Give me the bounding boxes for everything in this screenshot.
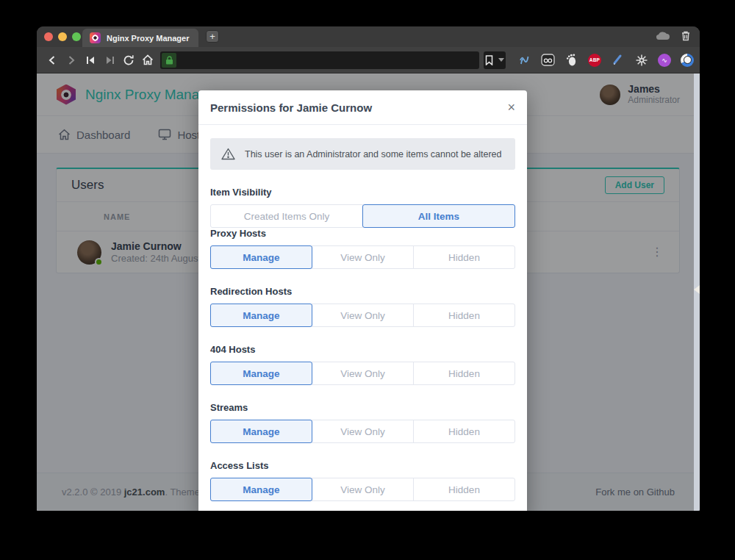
permission-option-group: ManageView OnlyHidden	[210, 304, 515, 327]
item-visibility-section: Item Visibility Created Items OnlyAll It…	[210, 187, 515, 228]
home-button[interactable]	[138, 51, 157, 70]
sync-cloud-icon[interactable]	[656, 31, 670, 40]
adblock-plus-icon[interactable]: ABP	[588, 54, 601, 67]
segment-option-hidden[interactable]: Hidden	[413, 245, 515, 269]
segment-option-manage[interactable]: Manage	[210, 420, 312, 443]
segment-option-hidden[interactable]: Hidden	[413, 478, 515, 501]
extension-icons: ABP ∿	[517, 53, 694, 67]
segment-option-created-items-only[interactable]: Created Items Only	[210, 204, 363, 228]
item-visibility-group: Created Items OnlyAll Items	[210, 204, 515, 228]
permission-section: Streams ManageView OnlyHidden	[210, 402, 515, 443]
browser-tab[interactable]: Nginx Proxy Manager	[82, 29, 198, 47]
reload-button[interactable]	[119, 51, 138, 70]
segment-option-view-only[interactable]: View Only	[312, 478, 414, 501]
modal-close-button[interactable]: ×	[507, 101, 515, 114]
tab-title: Nginx Proxy Manager	[107, 34, 189, 43]
segment-option-view-only[interactable]: View Only	[312, 245, 414, 269]
forward-button[interactable]	[62, 51, 81, 70]
alert-text: This user is an Administrator and some i…	[245, 149, 501, 159]
scroll-marker-icon	[694, 285, 700, 294]
back-button[interactable]	[43, 51, 62, 70]
permission-section: Proxy Hosts ManageView OnlyHidden	[210, 228, 515, 269]
bookmark-button[interactable]	[484, 51, 506, 69]
permission-section-label: Redirection Hosts	[210, 286, 515, 297]
trash-icon[interactable]	[681, 30, 691, 41]
npm-favicon-icon	[90, 32, 101, 43]
pen-extension-icon[interactable]	[611, 53, 625, 67]
segment-option-all-items[interactable]: All Items	[362, 204, 515, 228]
permission-option-group: ManageView OnlyHidden	[210, 478, 515, 501]
new-tab-button[interactable]: +	[206, 30, 219, 43]
permission-option-group: ManageView OnlyHidden	[210, 245, 515, 269]
browser-window: Nginx Proxy Manager +	[37, 26, 700, 511]
admin-warning-alert: This user is an Administrator and some i…	[210, 138, 515, 170]
permission-option-group: ManageView OnlyHidden	[210, 420, 515, 443]
segment-option-manage[interactable]: Manage	[210, 362, 312, 385]
permission-section-label: 404 Hosts	[210, 344, 515, 355]
permissions-modal: Permissions for Jamie Curnow × This user…	[198, 90, 527, 511]
bookmark-icon	[485, 55, 493, 65]
maximize-window-button[interactable]	[72, 32, 81, 41]
segment-option-view-only[interactable]: View Only	[312, 420, 414, 443]
segment-option-manage[interactable]: Manage	[210, 304, 312, 327]
purple-extension-icon[interactable]: ∿	[658, 54, 671, 67]
timer-extension-icon[interactable]	[681, 54, 694, 67]
browser-toolbar: ABP ∿	[37, 47, 700, 73]
window-controls	[44, 32, 81, 41]
gnome-foot-extension-icon[interactable]	[564, 53, 578, 67]
minimize-window-button[interactable]	[58, 32, 67, 41]
permission-section-label: Proxy Hosts	[210, 228, 515, 239]
segment-option-hidden[interactable]: Hidden	[413, 304, 515, 327]
permission-section-label: Access Lists	[210, 460, 515, 471]
goggles-extension-icon[interactable]	[541, 53, 555, 67]
flower-settings-icon[interactable]	[634, 53, 648, 67]
chevron-down-icon	[498, 58, 504, 62]
permission-option-group: ManageView OnlyHidden	[210, 362, 515, 385]
segment-option-manage[interactable]: Manage	[210, 478, 312, 501]
wave-extension-icon[interactable]	[517, 53, 531, 67]
segment-option-hidden[interactable]: Hidden	[413, 362, 515, 385]
permission-section: 404 Hosts ManageView OnlyHidden	[210, 344, 515, 385]
browser-titlebar: Nginx Proxy Manager +	[37, 26, 700, 47]
permission-section: Access Lists ManageView OnlyHidden	[210, 460, 515, 501]
permission-section: Redirection Hosts ManageView OnlyHidden	[210, 286, 515, 327]
warning-triangle-icon	[221, 148, 235, 160]
rewind-button[interactable]	[81, 51, 100, 70]
permission-section-label: Streams	[210, 402, 515, 413]
item-visibility-label: Item Visibility	[210, 187, 515, 198]
segment-option-view-only[interactable]: View Only	[312, 304, 414, 327]
close-window-button[interactable]	[44, 32, 53, 41]
fast-forward-button[interactable]	[100, 51, 119, 70]
url-bar[interactable]	[160, 51, 479, 69]
modal-title: Permissions for Jamie Curnow	[210, 101, 372, 114]
https-lock-icon[interactable]	[162, 53, 176, 68]
segment-option-view-only[interactable]: View Only	[312, 362, 414, 385]
segment-option-hidden[interactable]: Hidden	[413, 420, 515, 443]
page-viewport: Nginx Proxy Manager James Administrator …	[37, 73, 700, 511]
segment-option-manage[interactable]: Manage	[210, 245, 312, 269]
